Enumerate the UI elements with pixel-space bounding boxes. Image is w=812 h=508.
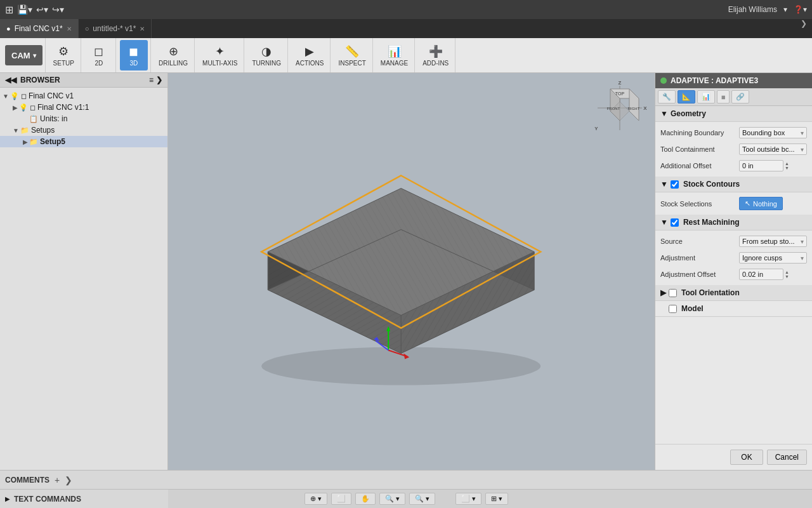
- cursor-icon: ↖: [745, 199, 750, 208]
- tool-orientation-checkbox[interactable]: [669, 289, 677, 297]
- adj-spinner-down[interactable]: ▼: [785, 274, 789, 279]
- tab-expand-icon[interactable]: ❯: [801, 19, 807, 38]
- panel-footer: OK Cancel: [655, 444, 812, 470]
- 3d-button[interactable]: ◼ 3D: [120, 40, 148, 70]
- status-bar: ⊕ ▾ ⬜ ✋ 🔍 ▾ 🔍 ▾ ⬜ ▾ ⊞ ▾ ▶ TEXT COMMANDS: [0, 489, 812, 508]
- browser-collapse-icon[interactable]: ◀◀: [5, 76, 16, 84]
- comments-add-icon[interactable]: +: [55, 475, 60, 485]
- setup-button[interactable]: ⚙ SETUP: [49, 40, 78, 70]
- zoom-more-button[interactable]: 🔍 ▾: [409, 493, 435, 505]
- tool-containment-label: Tool Containment: [660, 145, 737, 153]
- viewcube[interactable]: TOP FRONT RIGHT Z X Y: [591, 79, 648, 137]
- panel-tab-heights[interactable]: 📊: [697, 90, 715, 104]
- panel-tab-passes[interactable]: ≡: [717, 90, 730, 104]
- redo-icon[interactable]: ↪▾: [52, 4, 64, 15]
- panel-tab-geometry[interactable]: 📐: [678, 90, 695, 104]
- stock-contours-checkbox[interactable]: [671, 180, 679, 189]
- machining-boundary-dropdown[interactable]: Bounding box ▾: [739, 127, 807, 138]
- display-button1[interactable]: ⬜ ▾: [455, 493, 481, 505]
- tree-item-setup5[interactable]: ▶ 📁 Setup5: [0, 136, 167, 147]
- machining-boundary-label: Machining Boundary: [660, 129, 737, 137]
- adjustment-offset-input[interactable]: 0.02 in: [739, 269, 783, 280]
- help-icon[interactable]: ❓▾: [794, 5, 807, 14]
- 2d-label: 2D: [95, 60, 103, 67]
- browser-title: BROWSER: [20, 76, 60, 84]
- tool-containment-dropdown[interactable]: Tool outside bc... ▾: [739, 144, 807, 155]
- tree-item-root[interactable]: ▼ 💡 ◻ Final CNC v1: [0, 90, 167, 102]
- cancel-button[interactable]: Cancel: [767, 450, 807, 465]
- zoom-more-icon: 🔍: [415, 495, 424, 503]
- stock-contours-section-header[interactable]: ▼ Stock Contours: [655, 177, 812, 192]
- inspect-button[interactable]: 📏 INSPECT: [334, 40, 369, 70]
- tab-untitled[interactable]: ○ untitled-* v1* ✕: [79, 19, 152, 38]
- adjustment-offset-label: Adjustment Offset: [660, 271, 737, 278]
- panel-tab-tool[interactable]: 🔧: [658, 90, 676, 104]
- svg-text:Z: Z: [619, 80, 622, 86]
- tab-close-1[interactable]: ✕: [67, 25, 72, 32]
- frame-mode-button[interactable]: ⬜: [331, 493, 351, 505]
- spinner-down[interactable]: ▼: [785, 166, 789, 170]
- toolbar-inspect-group: 📏 INSPECT: [332, 38, 372, 72]
- svg-text:Y: Y: [594, 126, 598, 131]
- additional-offset-input[interactable]: 0 in: [739, 160, 783, 171]
- zoom-button[interactable]: 🔍 ▾: [379, 493, 405, 505]
- turning-label: TURNING: [252, 60, 281, 67]
- 3d-scene: [223, 124, 579, 418]
- geometry-section-header[interactable]: ▼ Geometry: [655, 106, 812, 122]
- adjustment-dropdown[interactable]: Ignore cusps ▾: [739, 252, 807, 264]
- tree-item-setups[interactable]: ▼ 📁 Setups: [0, 124, 167, 136]
- adj-spinner-up[interactable]: ▲: [785, 270, 789, 274]
- undo-icon[interactable]: ↩▾: [36, 4, 48, 15]
- cursor-mode-icon: ⊕: [310, 495, 316, 503]
- adjustment-offset-text: 0.02 in: [742, 271, 763, 278]
- nothing-button[interactable]: ↖ Nothing: [739, 197, 783, 210]
- model-section-header[interactable]: ▶ Model: [655, 301, 812, 317]
- 2d-button[interactable]: ◻ 2D: [85, 40, 113, 70]
- tool-containment-dropdown-icon: ▾: [801, 146, 804, 153]
- tree-label-setup5: Setup5: [40, 137, 65, 146]
- spinner-up[interactable]: ▲: [785, 161, 789, 166]
- model-checkbox[interactable]: [669, 305, 677, 313]
- tree-item-units[interactable]: ▶ 📋 Units: in: [0, 113, 167, 124]
- browser-expand-icon[interactable]: ❯: [156, 76, 162, 84]
- pan-button[interactable]: ✋: [355, 493, 376, 505]
- user-dropdown-icon[interactable]: ▾: [783, 5, 787, 14]
- display-icon2: ⊞: [491, 495, 497, 503]
- tool-orientation-section: ▶ Tool Orientation: [655, 285, 812, 301]
- ok-button[interactable]: OK: [730, 450, 763, 465]
- cam-button[interactable]: CAM ▾: [5, 45, 43, 65]
- tree-label-setups: Setups: [31, 126, 55, 135]
- actions-label: ACTIONS: [296, 60, 324, 67]
- panel-tab-links[interactable]: 🔗: [731, 90, 749, 104]
- apps-icon[interactable]: ⊞: [5, 4, 13, 16]
- setup-label: SETUP: [53, 60, 74, 67]
- actions-button[interactable]: ▶ ACTIONS: [292, 40, 327, 70]
- comments-expand-icon[interactable]: ❯: [65, 475, 72, 485]
- file-icon[interactable]: 💾▾: [17, 4, 32, 15]
- rest-machining-checkbox[interactable]: [671, 218, 679, 227]
- display-button2[interactable]: ⊞ ▾: [485, 493, 508, 505]
- tree-item-v1[interactable]: ▶ 💡 ◻ Final CNC v1:1: [0, 102, 167, 113]
- cursor-mode-button[interactable]: ⊕ ▾: [304, 493, 327, 505]
- additional-offset-text: 0 in: [742, 162, 754, 170]
- tool-orientation-section-header[interactable]: ▶ Tool Orientation: [655, 285, 812, 301]
- manage-button[interactable]: 📊 MANAGE: [377, 40, 412, 70]
- tab-final-cnc[interactable]: ● Final CNC v1* ✕: [0, 19, 79, 38]
- source-dropdown[interactable]: From setup sto... ▾: [739, 236, 807, 247]
- browser-menu-icon[interactable]: ≡: [149, 76, 154, 84]
- drilling-button[interactable]: ⊕ DRILLING: [155, 40, 192, 70]
- tab-close-2[interactable]: ✕: [140, 25, 145, 32]
- viewport[interactable]: TOP FRONT RIGHT Z X Y: [168, 73, 655, 470]
- turning-button[interactable]: ◑ TURNING: [248, 40, 285, 70]
- text-commands-expand[interactable]: ▶: [5, 495, 10, 502]
- stock-contours-collapse-icon: ▼: [660, 180, 668, 189]
- svg-text:FRONT: FRONT: [607, 107, 620, 110]
- addins-label: ADD-INS: [422, 60, 449, 67]
- geometry-section-label: Geometry: [671, 109, 706, 118]
- multiaxis-button[interactable]: ✦ MULTI-AXIS: [199, 40, 241, 70]
- rest-machining-section-header[interactable]: ▼ Rest Machining: [655, 215, 812, 231]
- actions-icon: ▶: [305, 44, 314, 58]
- comments-label: COMMENTS: [5, 476, 49, 485]
- multiaxis-icon: ✦: [215, 44, 225, 58]
- addins-button[interactable]: ➕ ADD-INS: [419, 40, 452, 70]
